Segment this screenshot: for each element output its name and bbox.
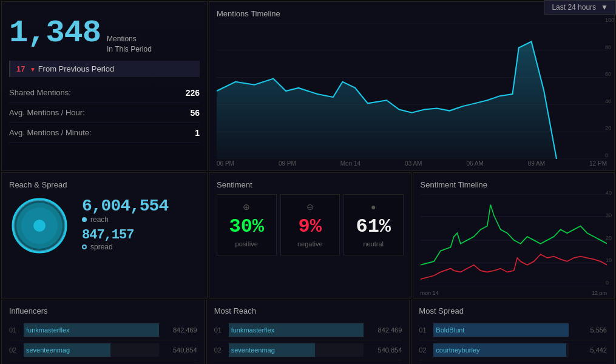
dropdown-icon: ▼ xyxy=(601,3,608,12)
neutral-pct: 61% xyxy=(349,215,398,238)
list-bar-bg: seventeenmag xyxy=(229,343,364,357)
sentiment-panel: Sentiment ⊕ 30% positive ⊖ 9% negative ●… xyxy=(209,172,411,298)
list-name: courtneyburley xyxy=(433,346,482,354)
shared-mentions-row: Shared Mentions: 226 xyxy=(9,83,200,103)
list-value: 842,469 xyxy=(164,326,197,334)
reach-spread-panel: Reach & Spread 6,004,554 xyxy=(1,172,208,298)
sentiment-timeline-svg xyxy=(421,194,608,286)
previous-number: 17 xyxy=(16,64,25,73)
dashboard: 1,348 Mentions In This Period 17 ▼ From … xyxy=(0,0,616,364)
list-value: 540,854 xyxy=(368,346,402,354)
list-value: 540,854 xyxy=(164,346,197,354)
avg-min-value: 1 xyxy=(195,128,200,138)
previous-text: From Previous Period xyxy=(38,64,115,73)
list-item: 01 BoldBlunt 5,556 xyxy=(419,320,607,340)
sent-x-axis: mon 1412 pm xyxy=(421,290,608,296)
svg-marker-6 xyxy=(217,42,607,159)
neutral-sentiment: ● 61% neutral xyxy=(344,194,404,255)
influencers-title: Influencers xyxy=(9,306,197,315)
sentiment-title: Sentiment xyxy=(217,180,404,189)
reach-legend: reach xyxy=(82,215,200,224)
list-bar-bg: funkmasterflex xyxy=(24,323,159,337)
list-rank: 02 xyxy=(9,346,19,354)
reach-numbers: 6,004,554 reach 847,157 spread xyxy=(82,197,200,255)
mentions-count: 1,348 xyxy=(9,15,101,51)
most-spread-panel: Most Spread 01 BoldBlunt 5,556 02 courtn… xyxy=(411,300,615,364)
list-item: 02 courtneyburley 5,442 xyxy=(419,340,607,360)
reach-spread-title: Reach & Spread xyxy=(9,180,200,189)
middle-section: Reach & Spread 6,004,554 xyxy=(1,172,615,298)
avg-min-label: Avg. Mentions / Minute: xyxy=(9,128,92,137)
spread-legend: spread xyxy=(82,243,200,251)
list-item: 01 funkmasterflex 842,469 xyxy=(214,320,402,340)
list-value: 5,556 xyxy=(574,326,607,334)
spread-label: spread xyxy=(90,243,113,251)
sentiment-timeline-panel: Sentiment Timeline 403020100 xyxy=(413,172,615,298)
list-value: 5,442 xyxy=(574,346,607,354)
influencers-panel: Influencers 01 funkmasterflex 842,469 02… xyxy=(1,300,205,364)
list-name: BoldBlunt xyxy=(433,326,467,334)
bottom-section: Influencers 01 funkmasterflex 842,469 02… xyxy=(1,300,615,364)
positive-pct: 30% xyxy=(222,215,271,238)
negative-sentiment: ⊖ 9% negative xyxy=(280,194,340,255)
negative-icon: ⊖ xyxy=(286,202,335,212)
avg-hour-label: Avg. Mentions / Hour: xyxy=(9,108,85,117)
mentions-chart-svg xyxy=(217,23,607,159)
svg-point-12 xyxy=(33,220,46,232)
list-rank: 01 xyxy=(419,326,428,334)
list-bar-bg: funkmasterflex xyxy=(229,323,364,337)
timeframe-label: Last 24 hours xyxy=(552,3,596,12)
previous-arrow: ▼ xyxy=(30,66,36,73)
reach-value: 6,004,554 xyxy=(82,197,200,215)
neutral-label: neutral xyxy=(349,240,398,248)
sentiment-timeline-title: Sentiment Timeline xyxy=(421,180,608,189)
previous-period-bar: 17 ▼ From Previous Period xyxy=(9,61,200,77)
x-axis: 06 PM 09 PM Mon 14 03 AM 06 AM 09 AM 12 … xyxy=(217,160,607,167)
most-spread-title: Most Spread xyxy=(419,306,607,315)
list-name: funkmasterflex xyxy=(24,326,72,334)
list-item: 02 seventeenmag 540,854 xyxy=(214,340,402,360)
list-rank: 01 xyxy=(9,326,19,334)
reach-dot xyxy=(82,217,87,222)
negative-pct: 9% xyxy=(286,215,335,238)
reach-circle xyxy=(9,195,70,256)
neutral-icon: ● xyxy=(349,202,398,212)
sent-y-axis: 403020100 xyxy=(606,190,612,286)
positive-sentiment: ⊕ 30% positive xyxy=(217,194,277,255)
most-spread-list: 01 BoldBlunt 5,556 02 courtneyburley 5,4… xyxy=(419,320,607,360)
list-name: funkmasterflex xyxy=(229,326,277,334)
sentiment-inner: ⊕ 30% positive ⊖ 9% negative ● 61% neutr… xyxy=(217,194,404,255)
mentions-period-label: Mentions In This Period xyxy=(107,34,152,55)
reach-label: reach xyxy=(90,215,109,224)
avg-min-row: Avg. Mentions / Minute: 1 xyxy=(9,123,200,143)
positive-icon: ⊕ xyxy=(222,202,271,212)
timeframe-selector[interactable]: Last 24 hours ▼ xyxy=(544,0,616,15)
avg-hour-value: 56 xyxy=(190,108,200,118)
list-item: 01 funkmasterflex 842,469 xyxy=(9,320,197,340)
shared-label: Shared Mentions: xyxy=(9,88,71,97)
list-bar-bg: BoldBlunt xyxy=(433,323,569,337)
most-reach-list: 01 funkmasterflex 842,469 02 seventeenma… xyxy=(214,320,402,360)
list-rank: 02 xyxy=(419,346,428,354)
shared-value: 226 xyxy=(186,88,200,98)
influencers-list: 01 funkmasterflex 842,469 02 seventeenma… xyxy=(9,320,197,360)
mentions-timeline-panel: Mentions Timeline 100 80 60 40 20 0 xyxy=(209,1,615,171)
list-rank: 01 xyxy=(214,326,224,334)
spread-value: 847,157 xyxy=(82,228,200,243)
avg-hour-row: Avg. Mentions / Hour: 56 xyxy=(9,103,200,123)
list-bar-bg: courtneyburley xyxy=(433,343,569,357)
list-rank: 02 xyxy=(214,346,224,354)
mentions-summary-panel: 1,348 Mentions In This Period 17 ▼ From … xyxy=(1,1,208,171)
list-bar-bg: seventeenmag xyxy=(24,343,159,357)
list-name: seventeenmag xyxy=(229,346,277,354)
mentions-chart xyxy=(217,23,607,159)
spread-dot xyxy=(82,244,87,249)
reach-content: 6,004,554 reach 847,157 spread xyxy=(9,195,200,256)
list-value: 842,469 xyxy=(368,326,402,334)
most-reach-title: Most Reach xyxy=(214,306,402,315)
list-name: seventeenmag xyxy=(24,346,72,354)
positive-label: positive xyxy=(222,240,271,248)
most-reach-panel: Most Reach 01 funkmasterflex 842,469 02 … xyxy=(206,300,410,364)
negative-label: negative xyxy=(286,240,335,248)
list-item: 02 seventeenmag 540,854 xyxy=(9,340,197,360)
